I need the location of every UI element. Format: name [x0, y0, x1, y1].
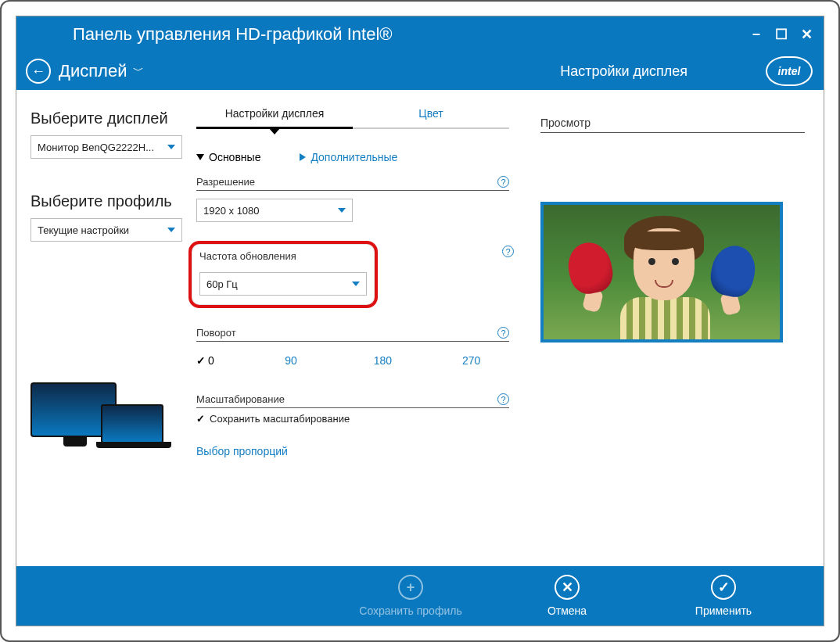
rotation-option-90[interactable]: 90 — [285, 354, 332, 367]
refresh-rate-section: Частота обновления ? 60p Гц — [188, 241, 378, 308]
aspect-ratio-link[interactable]: Выбор пропорций — [196, 445, 509, 457]
scaling-label: Масштабирование — [196, 393, 491, 405]
content: Выберите дисплей Монитор BenQG2222H... В… — [16, 90, 824, 566]
settings-column: Настройки дисплея Цвет Основные Дополнит… — [196, 101, 509, 566]
main-panel: Настройки дисплея Цвет Основные Дополнит… — [196, 90, 824, 566]
scaling-section: Масштабирование ? Сохранить масштабирова… — [196, 393, 509, 457]
preview-scene — [544, 205, 780, 339]
profile-dropdown[interactable]: Текущие настройки — [31, 218, 182, 242]
select-profile-heading: Выберите профиль — [31, 192, 182, 210]
resolution-value: 1920 x 1080 — [203, 205, 260, 217]
help-icon[interactable]: ? — [497, 327, 509, 339]
refresh-rate-dropdown[interactable]: 60p Гц — [199, 272, 367, 296]
nav-page-title: Настройки дисплея — [560, 63, 687, 80]
triangle-down-icon — [196, 154, 204, 160]
rotation-option-180[interactable]: 180 — [374, 354, 421, 367]
rotation-option-0[interactable]: 0 — [196, 354, 243, 367]
cancel-icon: ✕ — [555, 575, 580, 600]
subtabs: Основные Дополнительные — [196, 151, 509, 163]
refresh-rate-label: Частота обновления — [199, 250, 367, 262]
help-icon[interactable]: ? — [497, 393, 509, 405]
rotation-options: 0 90 180 270 — [196, 350, 509, 367]
refresh-rate-value: 60p Гц — [206, 278, 238, 290]
subtab-basic-label: Основные — [209, 151, 260, 163]
resolution-label: Разрешение — [196, 176, 491, 188]
chevron-down-icon: ﹀ — [133, 64, 144, 78]
footer: + Сохранить профиль ✕ Отмена ✓ Применить — [16, 566, 824, 626]
chevron-down-icon — [352, 282, 360, 286]
hardware-illustration — [31, 382, 182, 453]
rotation-option-270[interactable]: 270 — [462, 354, 509, 367]
intel-logo: intel — [766, 56, 813, 86]
navbar: ← Дисплей ﹀ Настройки дисплея intel — [16, 52, 824, 90]
tabs: Настройки дисплея Цвет — [196, 101, 509, 129]
help-icon[interactable]: ? — [497, 176, 509, 188]
scaling-option-label: Сохранить масштабирование — [210, 413, 350, 425]
close-button[interactable]: ✕ — [799, 26, 814, 43]
maximize-button[interactable]: ☐ — [774, 26, 789, 43]
save-profile-label: Сохранить профиль — [359, 604, 461, 617]
back-button[interactable]: ← — [26, 59, 51, 84]
preview-label: Просмотр — [540, 101, 805, 133]
resolution-dropdown[interactable]: 1920 x 1080 — [196, 199, 353, 222]
triangle-right-icon — [300, 153, 306, 161]
resolution-section: Разрешение ? 1920 x 1080 — [196, 176, 509, 222]
save-profile-button[interactable]: + Сохранить профиль — [332, 575, 489, 617]
display-dropdown-value: Монитор BenQG2222H... — [38, 142, 167, 153]
select-profile-block: Выберите профиль Текущие настройки — [31, 192, 182, 242]
rotation-section: Поворот ? 0 90 180 270 — [196, 327, 509, 367]
titlebar: Панель управления HD-графикой Intel® – ☐… — [16, 16, 824, 52]
select-display-block: Выберите дисплей Монитор BenQG2222H... — [31, 109, 182, 159]
apply-button[interactable]: ✓ Применить — [645, 575, 802, 617]
preview-pane: Просмотр — [540, 101, 805, 566]
tab-color[interactable]: Цвет — [353, 101, 509, 129]
chevron-down-icon — [167, 228, 175, 232]
subtab-advanced[interactable]: Дополнительные — [300, 151, 397, 163]
chevron-down-icon — [338, 208, 346, 213]
window: Панель управления HD-графикой Intel® – ☐… — [16, 16, 824, 626]
select-display-heading: Выберите дисплей — [31, 109, 182, 127]
nav-section-dropdown[interactable]: Дисплей ﹀ — [59, 61, 144, 81]
rotation-label: Поворот — [196, 327, 491, 339]
plus-icon: + — [398, 575, 423, 600]
minimize-button[interactable]: – — [748, 26, 764, 43]
app-frame: Панель управления HD-графикой Intel® – ☐… — [0, 0, 840, 642]
subtab-advanced-label: Дополнительные — [311, 151, 397, 163]
help-icon[interactable]: ? — [502, 246, 514, 257]
scaling-option-keep[interactable]: Сохранить масштабирование — [196, 413, 509, 425]
nav-section-label: Дисплей — [59, 61, 127, 81]
tab-display-settings[interactable]: Настройки дисплея — [196, 101, 353, 129]
window-title: Панель управления HD-графикой Intel® — [26, 24, 748, 45]
sidebar: Выберите дисплей Монитор BenQG2222H... В… — [16, 90, 196, 566]
profile-dropdown-value: Текущие настройки — [38, 224, 167, 236]
cancel-button[interactable]: ✕ Отмена — [489, 575, 645, 617]
apply-label: Применить — [695, 604, 752, 617]
chevron-down-icon — [167, 145, 175, 149]
preview-image — [540, 202, 783, 343]
display-dropdown[interactable]: Монитор BenQG2222H... — [31, 135, 182, 159]
window-controls: – ☐ ✕ — [748, 26, 814, 43]
laptop-icon — [101, 404, 163, 443]
check-icon: ✓ — [711, 575, 736, 600]
subtab-basic[interactable]: Основные — [196, 151, 260, 163]
cancel-label: Отмена — [547, 604, 587, 617]
